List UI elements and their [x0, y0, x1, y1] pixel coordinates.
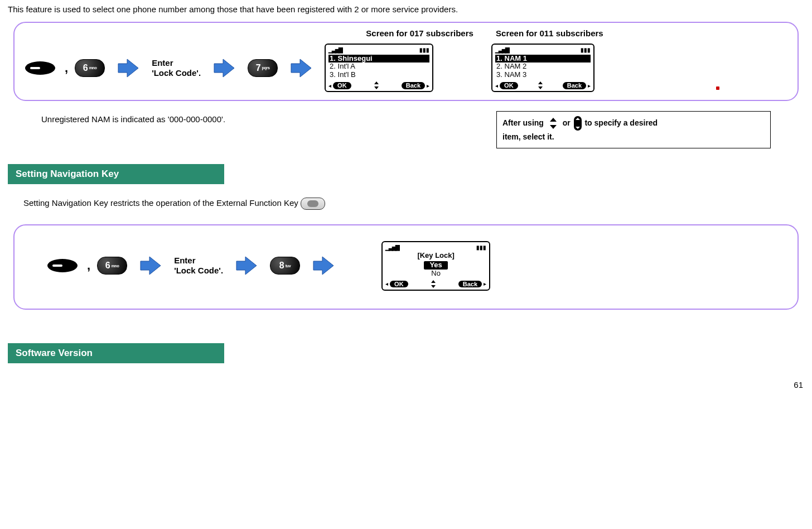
option-no: No [431, 269, 441, 277]
panel-nav-key: , 6mno Enter 'Lock Code'. 8tuv ▁▃▅▇▮▮▮ [… [13, 224, 799, 310]
comma: , [65, 61, 68, 75]
panel-nam-select: Screen for 017 subscribers Screen for 01… [13, 22, 799, 101]
nav-updown-icon [547, 117, 559, 129]
screen-title: [Key Lock] [385, 252, 486, 260]
arrow-icon [139, 256, 162, 276]
arrow-icon [235, 256, 258, 276]
note-unregistered-nam: Unregistered NAM is indicated as '000-00… [41, 114, 225, 124]
arrow-icon [312, 256, 335, 276]
nav-key-description: Setting Navigation Key restricts the ope… [23, 198, 804, 210]
external-function-key-icon [301, 198, 325, 210]
list-item: 1. Shinsegui [328, 55, 429, 63]
list-item: 2. NAM 2 [495, 62, 591, 71]
phone-screen-017: ▁▃▅▇▮▮▮ 1. Shinsegui 2. Int'l A 3. Int'l… [325, 44, 433, 92]
page-number: 61 [8, 380, 804, 389]
phone-screen-keylock: ▁▃▅▇▮▮▮ [Key Lock] Yes No ◂OK Back▸ [381, 241, 490, 291]
svg-rect-3 [52, 264, 62, 267]
list-item: 2. Int'l A [328, 62, 429, 71]
rocker-icon [574, 116, 582, 131]
label-011: Screen for 011 subscribers [496, 28, 603, 38]
label-017: Screen for 017 subscribers [366, 28, 473, 38]
key-6: 6mno [97, 257, 127, 275]
step-enter-lock-code: Enter 'Lock Code'. [174, 256, 223, 276]
red-dot-icon [716, 86, 719, 90]
list-item: 3. NAM 3 [495, 71, 591, 79]
intro-text: This feature is used to select one phone… [8, 4, 804, 14]
key-8: 8tuv [270, 257, 300, 275]
arrow-icon [290, 58, 312, 78]
section-heading-software-version: Software Version [8, 343, 224, 363]
list-item: 3. Int'l B [328, 71, 429, 79]
step-enter-lock-code: Enter 'Lock Code'. [152, 58, 201, 78]
section-heading-nav-key: Setting Navigation Key [8, 164, 224, 184]
power-key-icon [47, 258, 80, 273]
power-key-icon [25, 60, 58, 76]
list-item: 1. NAM 1 [495, 55, 591, 63]
arrow-icon [117, 58, 139, 78]
note-specify-item: After using or to specify a desired item… [496, 111, 771, 148]
key-6: 6mno [75, 59, 105, 77]
option-yes: Yes [424, 261, 447, 270]
phone-screen-011: ▁▃▅▇▮▮▮ 1. NAM 1 2. NAM 2 3. NAM 3 ◂OK B… [491, 44, 594, 92]
key-7: 7pqrs [248, 59, 278, 77]
comma: , [87, 258, 90, 273]
svg-rect-1 [30, 67, 40, 69]
arrow-icon [213, 58, 235, 78]
